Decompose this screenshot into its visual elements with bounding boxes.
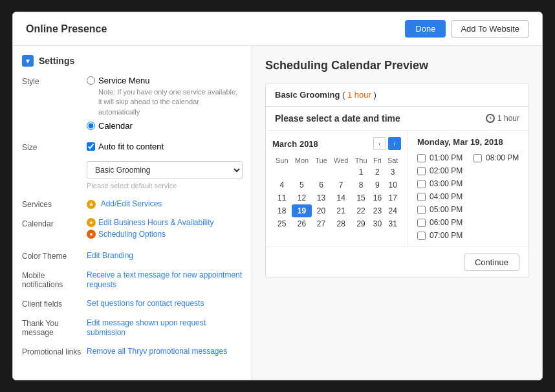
time-slot[interactable]: 06:00 PM — [417, 218, 463, 227]
time-slot-label: 07:00 PM — [430, 231, 462, 240]
col-fri: Fri — [371, 155, 385, 166]
time-slot[interactable] — [473, 166, 519, 175]
done-button[interactable]: Done — [405, 20, 446, 38]
time-slot[interactable]: 07:00 PM — [417, 231, 463, 240]
time-slot-checkbox[interactable] — [417, 232, 426, 240]
cal-week-row: 11121314151617 — [272, 191, 401, 204]
time-slot-checkbox[interactable] — [417, 193, 426, 201]
settings-label: Settings — [39, 56, 74, 66]
cal-day[interactable]: 5 — [292, 179, 312, 191]
settings-header[interactable]: ▼ Settings — [22, 55, 243, 67]
cal-day[interactable]: 4 — [272, 179, 292, 191]
time-slot[interactable] — [473, 231, 519, 240]
mini-calendar: March 2018 ‹ › Sun Mon Tue — [266, 131, 408, 246]
cal-day[interactable]: 20 — [312, 204, 330, 217]
col-sun: Sun — [272, 155, 292, 166]
time-slot[interactable]: 02:00 PM — [417, 166, 463, 175]
style-row: Style Service Menu Note: If you have onl… — [22, 76, 243, 133]
service-menu-radio[interactable] — [87, 76, 95, 85]
time-slot[interactable] — [473, 179, 519, 188]
cal-day — [331, 166, 352, 179]
continue-button[interactable]: Continue — [464, 254, 519, 271]
service-dropdown-label — [22, 161, 87, 162]
time-slot[interactable]: 01:00 PM — [417, 153, 463, 162]
mobile-notifications-content: Receive a text message for new appointme… — [87, 270, 243, 289]
time-slot[interactable] — [473, 192, 519, 201]
right-panel: Scheduling Calendar Preview Basic Groomi… — [252, 46, 542, 380]
cal-day[interactable]: 14 — [331, 191, 352, 204]
client-questions-link[interactable]: Set questions for contact requests — [87, 299, 204, 308]
calendar-radio[interactable] — [87, 122, 95, 130]
cal-day[interactable]: 29 — [352, 217, 371, 230]
thank-you-link[interactable]: Edit message shown upon request submissi… — [87, 318, 206, 337]
add-edit-services-link[interactable]: Add/Edit Services — [101, 199, 162, 208]
cal-day[interactable]: 26 — [292, 217, 312, 230]
mobile-notifications-label: Mobile notifications — [22, 270, 87, 289]
auto-fit-checkbox[interactable] — [87, 142, 95, 151]
next-month-button[interactable]: › — [388, 137, 401, 150]
col-thu: Thu — [352, 155, 371, 166]
cal-day[interactable]: 2 — [371, 166, 385, 179]
time-slot[interactable] — [473, 218, 519, 227]
auto-fit-row[interactable]: Auto fit to content — [87, 142, 243, 151]
cal-day[interactable]: 30 — [371, 217, 385, 230]
calendar-option[interactable]: Calendar — [87, 121, 243, 131]
add-to-website-button[interactable]: Add To Website — [451, 20, 529, 38]
time-slot[interactable]: 08:00 PM — [473, 153, 519, 162]
edit-branding-link[interactable]: Edit Branding — [87, 251, 133, 260]
promotional-content: Remove all Thryv promotional messages — [87, 346, 243, 356]
time-slot-checkbox[interactable] — [417, 154, 426, 162]
cal-day[interactable]: 27 — [312, 217, 330, 230]
time-slot-checkbox[interactable] — [417, 180, 426, 188]
promotional-row: Promotional links Remove all Thryv promo… — [22, 346, 243, 356]
edit-hours-link[interactable]: Edit Business Hours & Availability — [98, 218, 214, 227]
cal-day[interactable]: 9 — [371, 179, 385, 191]
clock-icon — [486, 114, 495, 123]
cal-day[interactable]: 16 — [371, 191, 385, 204]
cal-day[interactable]: 6 — [312, 179, 330, 191]
time-slot-checkbox[interactable] — [417, 206, 426, 214]
cal-day[interactable]: 13 — [312, 191, 330, 204]
cal-day[interactable]: 25 — [272, 217, 292, 230]
cal-day[interactable]: 11 — [272, 191, 292, 204]
cal-day[interactable]: 1 — [352, 166, 371, 179]
cal-day[interactable]: 10 — [384, 179, 401, 191]
cal-day[interactable]: 8 — [352, 179, 371, 191]
client-fields-content: Set questions for contact requests — [87, 298, 243, 308]
service-menu-note: Note: If you have only one service avail… — [98, 87, 243, 117]
cal-day[interactable]: 3 — [384, 166, 401, 179]
cal-day[interactable]: 24 — [384, 204, 401, 217]
cal-day[interactable]: 22 — [352, 204, 371, 217]
time-slot[interactable]: 04:00 PM — [417, 192, 463, 201]
cal-day[interactable]: 12 — [292, 191, 312, 204]
time-slot-checkbox[interactable] — [417, 219, 426, 227]
service-bar: Basic Grooming ( 1 hour ) — [266, 83, 528, 107]
time-slot[interactable]: 03:00 PM — [417, 179, 463, 188]
time-slots: Monday, Mar 19, 2018 01:00 PM08:00 PM02:… — [408, 131, 528, 246]
cal-day[interactable]: 31 — [384, 217, 401, 230]
service-menu-label: Service Menu — [98, 76, 149, 85]
cal-day[interactable]: 23 — [371, 204, 385, 217]
cal-day[interactable]: 19 — [292, 204, 312, 217]
scheduling-options-link[interactable]: Scheduling Options — [98, 230, 166, 239]
cal-day[interactable]: 18 — [272, 204, 292, 217]
time-slot[interactable] — [473, 205, 519, 214]
service-menu-option[interactable]: Service Menu — [87, 76, 243, 85]
promotional-link[interactable]: Remove all Thryv promotional messages — [87, 347, 227, 356]
cal-day[interactable]: 28 — [331, 217, 352, 230]
prev-month-button[interactable]: ‹ — [373, 137, 386, 150]
datetime-header: Please select a date and time 1 hour — [266, 107, 528, 131]
service-select[interactable]: Basic Grooming Advanced Grooming Spa Tre… — [87, 161, 243, 179]
mobile-text-link[interactable]: Receive a text message for new appointme… — [87, 270, 242, 289]
cal-day[interactable]: 15 — [352, 191, 371, 204]
time-slot[interactable]: 05:00 PM — [417, 205, 463, 214]
cal-day[interactable]: 21 — [331, 204, 352, 217]
service-duration: 1 hour — [347, 90, 371, 100]
time-slot-checkbox[interactable] — [417, 167, 426, 175]
selected-date: Monday, Mar 19, 2018 — [417, 137, 519, 147]
services-content: ★ Add/Edit Services — [87, 199, 243, 209]
cal-day[interactable]: 7 — [331, 179, 352, 191]
continue-row: Continue — [266, 246, 528, 278]
cal-day[interactable]: 17 — [384, 191, 401, 204]
time-slot-checkbox[interactable] — [473, 154, 482, 162]
